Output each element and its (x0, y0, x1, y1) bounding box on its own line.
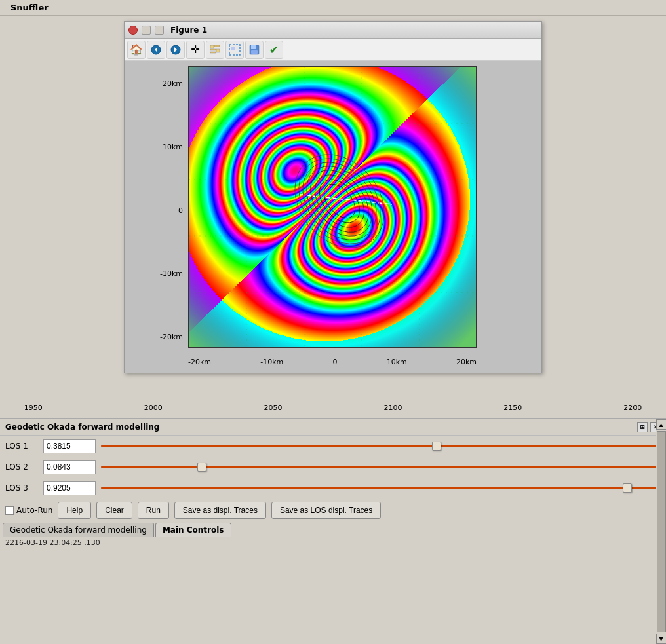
figure-maximize-button[interactable] (155, 26, 164, 35)
los2-label: LOS 2 (5, 463, 38, 472)
scroll-down-arrow[interactable]: ▼ (656, 634, 667, 644)
save-figure-button[interactable] (245, 41, 264, 59)
svg-rect-8 (210, 52, 216, 53)
los-row-2: LOS 2 (0, 457, 666, 478)
y-label-m10: -10km (160, 269, 183, 278)
x-tick-2050: 2050 (264, 398, 283, 412)
plot-container: 20km 10km 0 -10km -20km (153, 66, 513, 368)
x-tick-2200: 2200 (623, 398, 642, 412)
x-label-0: 0 (332, 358, 337, 366)
los3-label: LOS 3 (5, 483, 38, 493)
y-label-m20: -20km (160, 333, 183, 341)
plot-canvas (189, 67, 477, 348)
tab-geodetic[interactable]: Geodetic Okada forward modelling (3, 523, 154, 537)
status-bar: 2216-03-19 23:04:25 .130 (0, 537, 666, 548)
figure-titlebar: Figure 1 (125, 22, 541, 39)
los2-input[interactable] (43, 460, 96, 474)
app-title: Snuffler (10, 3, 49, 12)
autorun-checkbox[interactable] (5, 506, 14, 515)
svg-rect-7 (216, 49, 220, 52)
svg-rect-12 (251, 45, 256, 49)
figure-content: 20km 10km 0 -10km -20km (125, 61, 541, 373)
x-tick-2150: 2150 (503, 398, 522, 412)
los1-slider-track (101, 445, 661, 447)
controls-icon-1[interactable]: ⊞ (637, 422, 648, 432)
los3-slider-container[interactable] (101, 481, 661, 495)
tabs-bar: Geodetic Okada forward modelling Main Co… (0, 521, 666, 537)
autorun-container: Auto-Run (5, 506, 52, 515)
x-axis-labels: -20km -10km 0 10km 20km (188, 356, 477, 368)
back-button[interactable] (147, 41, 165, 59)
controls-title: Geodetic Okada forward modelling (5, 423, 159, 432)
run-button[interactable]: Run (138, 502, 169, 519)
save-displ-button[interactable]: Save as displ. Traces (174, 502, 266, 519)
los1-label: LOS 1 (5, 442, 38, 451)
zoom-button[interactable] (225, 41, 244, 59)
help-button[interactable]: Help (58, 502, 91, 519)
svg-rect-5 (214, 45, 220, 47)
save-los-button[interactable]: Save as LOS displ. Traces (271, 502, 381, 519)
confirm-button[interactable]: ✔ (265, 41, 283, 59)
scroll-up-arrow[interactable]: ▲ (656, 419, 667, 430)
x-tick-1950: 1950 (24, 398, 43, 412)
y-label-0: 0 (178, 206, 183, 215)
los-row-3: LOS 3 (0, 478, 666, 499)
autorun-row: Auto-Run Help Clear Run Save as displ. T… (0, 499, 666, 521)
status-text: 2216-03-19 23:04:25 .130 (5, 539, 100, 547)
los1-slider-thumb[interactable] (432, 442, 441, 451)
y-axis-labels: 20km 10km 0 -10km -20km (153, 79, 186, 341)
x-tick-2000: 2000 (144, 398, 163, 412)
los1-input[interactable] (43, 439, 96, 453)
los2-slider-track (101, 466, 661, 468)
figure-title: Figure 1 (170, 26, 207, 35)
x-label-20: 20km (456, 358, 477, 366)
y-label-10: 10km (163, 143, 183, 151)
autorun-label: Auto-Run (16, 506, 52, 515)
x-label-10: 10km (387, 358, 407, 366)
figure-window: Figure 1 🏠 ✛ (124, 21, 542, 373)
los2-slider-container[interactable] (101, 460, 661, 474)
los2-slider-thumb[interactable] (197, 463, 206, 472)
los3-input[interactable] (43, 481, 96, 495)
svg-rect-10 (231, 47, 235, 50)
x-axis-ruler: 1950 2000 2050 2100 2150 2200 (0, 386, 666, 412)
forward-button[interactable] (166, 41, 185, 59)
right-scrollbar: ▲ ▼ (656, 419, 666, 644)
x-label-m10: -10km (260, 358, 283, 366)
los3-slider-track (101, 487, 661, 489)
bottom-bar: Auto-Run Help Clear Run Save as displ. T… (0, 499, 666, 548)
figure-close-button[interactable] (128, 26, 138, 35)
pan-button[interactable]: ✛ (186, 41, 205, 59)
x-axis-ruler-area: 1950 2000 2050 2100 2150 2200 (0, 379, 666, 418)
figure-toolbar: 🏠 ✛ (125, 39, 541, 61)
controls-header: Geodetic Okada forward modelling ⊞ ✕ (0, 419, 666, 436)
home-button[interactable]: 🏠 (127, 41, 146, 59)
los1-slider-container[interactable] (101, 439, 661, 453)
x-tick-2100: 2100 (383, 398, 402, 412)
scrollbar-thumb[interactable] (657, 431, 666, 632)
svg-rect-6 (210, 49, 216, 50)
los3-slider-thumb[interactable] (623, 483, 632, 493)
clear-button[interactable]: Clear (96, 502, 132, 519)
figure-minimize-button[interactable] (142, 26, 151, 35)
svg-rect-13 (251, 50, 258, 54)
configure-button[interactable] (206, 41, 224, 59)
x-label-m20: -20km (188, 358, 211, 366)
controls-section: Geodetic Okada forward modelling ⊞ ✕ LOS… (0, 418, 666, 644)
y-label-20: 20km (163, 79, 183, 88)
tab-main-controls[interactable]: Main Controls (155, 523, 231, 537)
los-row-1: LOS 1 (0, 436, 666, 457)
plot-area[interactable] (188, 66, 477, 348)
svg-rect-4 (210, 45, 214, 48)
app-titlebar: Snuffler (0, 0, 666, 16)
